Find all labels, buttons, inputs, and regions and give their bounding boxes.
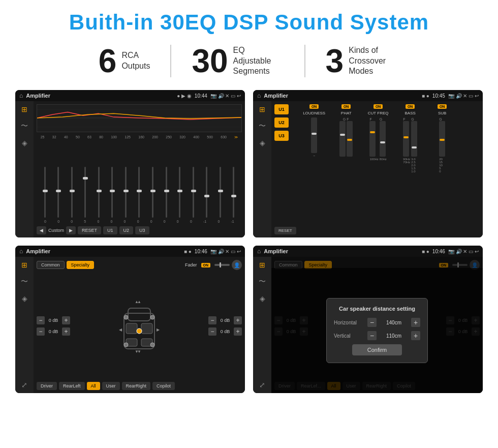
eq-slider-14[interactable] (220, 167, 221, 218)
eq-slider-6[interactable] (111, 167, 113, 218)
horizontal-plus-btn[interactable]: + (411, 318, 420, 327)
sidebar-eq-icon-3[interactable]: ⊞ (21, 261, 27, 269)
status-icons-1: ● ▶ ◉ (177, 93, 192, 99)
eq-slider-5[interactable] (98, 167, 100, 218)
eq-slider-8[interactable] (138, 167, 140, 218)
preset-u1-btn[interactable]: U1 (274, 104, 289, 114)
eq-slider-15[interactable] (233, 167, 234, 218)
app-title-2: Amplifier (264, 93, 419, 99)
eq-slider-2[interactable] (57, 167, 59, 218)
eq-u3-btn[interactable]: U3 (135, 226, 149, 234)
status-bar-4: ⌂ Amplifier ■ ● 10:46 📷 🔊 ✕ ▭ ↩ (253, 246, 483, 257)
tab-row-3: Common Specialty Fader ON 👤 (37, 260, 242, 270)
db-minus-fr[interactable]: − (208, 316, 216, 324)
eq-main: 2532 4050 6380 100125 160200 250320 4005… (34, 101, 245, 237)
stat-eq: 30 EQ AdjustableSegments (171, 45, 305, 77)
db-plus-fr[interactable]: + (234, 316, 242, 324)
sidebar-speaker-icon-3[interactable]: ◈ (22, 294, 27, 303)
db-minus-rr[interactable]: − (208, 327, 216, 336)
db-plus-rr[interactable]: + (234, 327, 242, 336)
eq-next-btn[interactable]: ▶ (66, 226, 76, 234)
sidebar-expand-icon-3[interactable]: ⤢ (21, 381, 27, 389)
sub-on-badge: ON (438, 104, 447, 109)
eq-u1-btn[interactable]: U1 (103, 226, 117, 234)
eq-slider-13[interactable] (206, 167, 207, 218)
db-value-rr: 0 dB (218, 329, 232, 334)
eq-slider-3[interactable] (71, 167, 73, 218)
eq-slider-7[interactable] (125, 167, 127, 218)
sidebar-eq-icon-4[interactable]: ⊞ (259, 261, 265, 269)
system-icons-2: 📷 🔊 ✕ ▭ ↩ (448, 93, 479, 99)
specialty-main: Common Specialty Fader ON 👤 − 0 (34, 257, 245, 393)
eq-slider-4[interactable] (84, 167, 86, 218)
main-title: Buith-in 30EQ DSP Sound System (15, 10, 483, 35)
home-icon-1[interactable]: ⌂ (19, 92, 23, 99)
loudness-label: LOUDNESS (303, 111, 325, 115)
sidebar-speaker-icon-2[interactable]: ◈ (260, 139, 265, 147)
sidebar-expand-icon-4[interactable]: ⤢ (259, 381, 265, 389)
vertical-minus-btn[interactable]: − (367, 331, 377, 340)
dialog-horizontal-label: Horizontal (334, 320, 364, 325)
sidebar-wave-icon[interactable]: 〜 (21, 122, 28, 131)
screen-dialog: ⌂ Amplifier ■ ● 10:46 📷 🔊 ✕ ▭ ↩ ⊞ 〜 ◈ ⤢ … (253, 246, 483, 393)
sidebar-wave-icon-3[interactable]: 〜 (21, 277, 28, 286)
sidebar-wave-icon-4[interactable]: 〜 (259, 277, 266, 286)
eq-slider-11[interactable] (179, 167, 180, 218)
confirm-button[interactable]: Confirm (352, 344, 402, 355)
db-plus-fl[interactable]: + (62, 316, 70, 324)
stat-label-crossover: Kinds ofCrossover Modes (349, 45, 399, 77)
eq-prev-btn[interactable]: ◀ (37, 226, 46, 234)
amp-reset-btn[interactable]: RESET (274, 227, 296, 234)
section-bass: ON BASS F 90Hz (396, 104, 424, 234)
system-icons-4: 📷 🔊 ✕ ▭ ↩ (448, 249, 479, 254)
left-sidebar-4: ⊞ 〜 ◈ ⤢ (253, 257, 271, 393)
horizontal-minus-btn[interactable]: − (367, 318, 377, 327)
eq-slider-1[interactable] (44, 167, 46, 218)
db-minus-rl[interactable]: − (37, 327, 45, 336)
sidebar-speaker-icon[interactable]: ◈ (22, 139, 27, 147)
horizontal-value: 140cm (380, 320, 408, 325)
preset-u2-btn[interactable]: U2 (274, 117, 289, 128)
driver-btn-3[interactable]: Driver (37, 382, 57, 390)
db-minus-fl[interactable]: − (37, 316, 45, 324)
time-1: 10:44 (195, 93, 207, 99)
speaker-diagram-3: ▲ ▲ ▼ ▼ ◀ ▶ (74, 273, 204, 379)
svg-point-11 (124, 343, 128, 347)
tab-specialty-3[interactable]: Specialty (67, 261, 95, 269)
home-icon-4[interactable]: ⌂ (257, 248, 261, 255)
screen-amp: ⌂ Amplifier ■ ● 10:45 📷 🔊 ✕ ▭ ↩ ⊞ 〜 ◈ U1… (253, 90, 483, 237)
vertical-plus-btn[interactable]: + (411, 331, 420, 340)
app-title-3: Amplifier (26, 248, 181, 254)
eq-slider-12[interactable] (193, 167, 194, 218)
user-btn-3[interactable]: User (102, 382, 120, 390)
sidebar-speaker-icon-4[interactable]: ◈ (260, 294, 265, 303)
eq-reset-btn[interactable]: RESET (78, 226, 101, 234)
svg-text:▲: ▲ (137, 300, 141, 304)
all-btn-3[interactable]: All (87, 382, 100, 390)
svg-point-13 (137, 328, 142, 334)
speaker-layout-3: − 0 dB + − 0 dB + (37, 273, 242, 379)
home-icon-3[interactable]: ⌂ (19, 248, 23, 255)
db-value-fr: 0 dB (218, 318, 232, 323)
rearright-btn-3[interactable]: RearRight (122, 382, 151, 390)
eq-freq-labels: 2532 4050 6380 100125 160200 250320 4005… (37, 135, 242, 139)
copilot-btn-3[interactable]: Copilot (152, 382, 175, 390)
cutfreq-on-badge: ON (374, 104, 383, 109)
home-icon-2[interactable]: ⌂ (257, 92, 261, 99)
eq-slider-10[interactable] (166, 167, 167, 218)
screens-grid: ⌂ Amplifier ● ▶ ◉ 10:44 📷 🔊 ✕ ▭ ↩ ⊞ 〜 ◈ (15, 90, 483, 393)
fader-slider-3[interactable] (214, 264, 230, 266)
app-title-4: Amplifier (264, 248, 419, 254)
sidebar-eq-icon[interactable]: ⊞ (21, 105, 27, 113)
eq-u2-btn[interactable]: U2 (119, 226, 134, 234)
stat-crossover: 3 Kinds ofCrossover Modes (305, 45, 420, 77)
eq-slider-9[interactable] (152, 167, 153, 218)
tab-common-3[interactable]: Common (37, 261, 65, 269)
sidebar-eq-icon-2[interactable]: ⊞ (259, 105, 265, 113)
sidebar-wave-icon-2[interactable]: 〜 (259, 122, 266, 131)
eq-graph (37, 104, 242, 132)
preset-u3-btn[interactable]: U3 (274, 131, 289, 141)
left-sidebar-2: ⊞ 〜 ◈ (253, 101, 271, 237)
rearleft-btn-3[interactable]: RearLeft (59, 382, 85, 390)
db-plus-rl[interactable]: + (62, 327, 70, 336)
